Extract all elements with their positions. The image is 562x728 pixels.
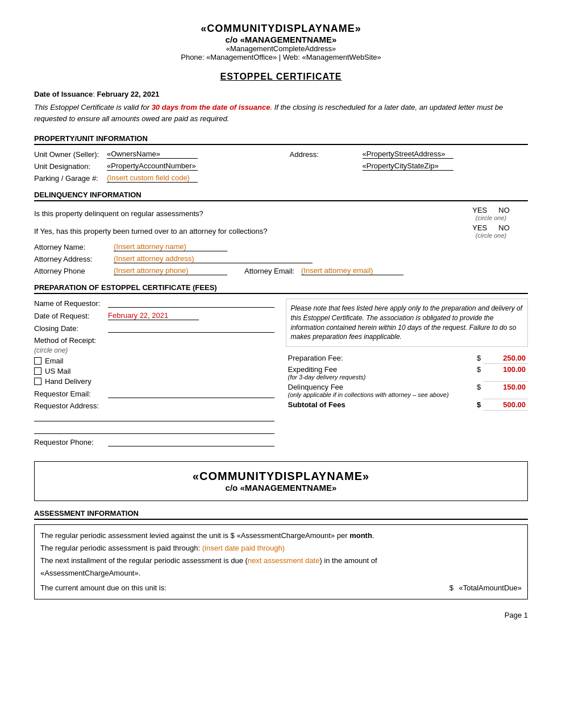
property-section-title: PROPERTY/UNIT INFORMATION — [34, 134, 528, 145]
assessment-line3: The next installment of the regular peri… — [40, 555, 522, 567]
header-community-name: «COMMUNITYDISPLAYNAME» — [34, 23, 528, 35]
header-phone-line: Phone: «ManagementOffice» | Web: «Manage… — [34, 53, 528, 61]
header-management-line: c/o «MANAGEMENTNAME» — [34, 35, 528, 44]
hand-delivery-option-row: Hand Delivery — [34, 377, 274, 386]
phone-label: Phone: — [181, 53, 204, 61]
separator: | — [279, 53, 281, 61]
delinquency-fee-note: (only applicable if in collections with … — [288, 391, 470, 398]
attorney-address-label: Attorney Address: — [34, 255, 114, 263]
document-title: ESTOPPEL CERTIFICATE — [34, 72, 528, 82]
unit-owner-label: Unit Owner (Seller): — [34, 150, 102, 159]
delinquency-fee-dollar: $ — [472, 382, 483, 399]
email-checkbox — [34, 357, 41, 365]
attorney-phone-row: Attorney Phone (Insert attorney phone) A… — [34, 266, 528, 275]
community-box-management: c/o «MANAGEMENTNAME» — [46, 483, 516, 493]
requestor-address-row: Requestor Address: — [34, 402, 274, 434]
circle-one-2: (circle one) — [476, 232, 506, 239]
attorney-rows: Attorney Name: (Insert attorney name) At… — [34, 242, 528, 275]
date-value: February 22, 2021 — [97, 90, 160, 98]
next-assessment-date-highlight: next assessment date — [248, 556, 319, 565]
unit-designation-value: «PropertyAccountNumber» — [107, 162, 198, 171]
hand-delivery-option-label: Hand Delivery — [45, 377, 91, 386]
usmail-option-label: US Mail — [45, 367, 71, 375]
email-option-label: Email — [45, 357, 64, 365]
usmail-checkbox — [34, 367, 41, 375]
unit-owner-row: Unit Owner (Seller): «OwnersName» — [34, 150, 273, 159]
header-address: «ManagementCompleteAddress» — [34, 44, 528, 53]
attorney-address-value: (Insert attorney address) — [114, 254, 313, 263]
no-label-1: NO — [498, 206, 510, 214]
expediting-fee-note: (for 3-day delivery requests) — [288, 374, 470, 380]
circle-one-1: (circle one) — [476, 214, 506, 221]
assessment-line2: The regular periodic assessment is paid … — [40, 542, 522, 555]
phone-value: «ManagementOffice» — [206, 53, 277, 61]
fees-note: Please note that fees listed here apply … — [286, 299, 528, 347]
attorney-email-value: (Insert attorney email) — [301, 266, 403, 275]
requestor-name-label: Name of Requestor: — [34, 299, 108, 308]
preparation-fee-amount: 250.00 — [483, 353, 528, 364]
address-value: «PropertyStreetAddress» — [363, 150, 453, 159]
requestor-phone-row: Requestor Phone: — [34, 437, 274, 446]
requestor-address-label: Requestor Address: — [34, 402, 274, 410]
preparation-fee-row: Preparation Fee: $ 250.00 — [286, 353, 528, 364]
fees-section-title: PREPARATION OF ESTOPPEL CERTIFICATE (FEE… — [34, 283, 528, 294]
current-due-value: «TotalAmountDue» — [453, 582, 522, 594]
method-label: Method of Receipt: — [34, 336, 274, 345]
expediting-fee-row: Expediting Fee (for 3-day delivery reque… — [286, 364, 528, 382]
requestor-name-value — [108, 299, 274, 308]
property-right-col: Address: «PropertyStreetAddress» «Proper… — [290, 150, 528, 183]
closing-date-value — [108, 324, 274, 333]
yes-label-2: YES — [472, 224, 487, 232]
email-option-row: Email — [34, 357, 274, 365]
requestor-email-row: Requestor Email: — [34, 389, 274, 398]
fees-right-block: Please note that fees listed here apply … — [281, 299, 528, 450]
community-box: «COMMUNITYDISPLAYNAME» c/o «MANAGEMENTNA… — [34, 461, 528, 501]
fees-main-block: Name of Requestor: Date of Request: Febr… — [34, 299, 528, 450]
yes-label-1: YES — [472, 206, 487, 214]
attorney-phone-label: Attorney Phone — [34, 267, 114, 275]
yes-no-block-2: YES NO (circle one) — [454, 224, 528, 239]
header-management-name: «MANAGEMENTNAME» — [240, 35, 336, 44]
fees-table: Preparation Fee: $ 250.00 Expediting Fee… — [286, 353, 528, 411]
current-due-row: The current amount due on this unit is: … — [40, 582, 522, 594]
delinquency-question2: If Yes, has this property been turned ov… — [34, 227, 454, 235]
delinquency-fee-cell: Delinquency Fee (only applicable if in c… — [286, 382, 472, 399]
delinquency-fee-amount: 150.00 — [483, 382, 528, 399]
expediting-fee-amount: 100.00 — [483, 364, 528, 382]
subtotal-row: Subtotal of Fees $ 500.00 — [286, 399, 528, 411]
attorney-email-label: Attorney Email: — [244, 267, 301, 275]
attorney-phone-value: (Insert attorney phone) — [114, 266, 227, 275]
city-state-zip-spacer — [290, 162, 358, 171]
assessment-line4: «AssessmentChargeAmount». — [40, 567, 522, 580]
requestor-email-label: Requestor Email: — [34, 390, 108, 398]
subtotal-dollar: $ — [472, 399, 483, 411]
unit-designation-label: Unit Designation: — [34, 162, 102, 171]
requestor-phone-label: Requestor Phone: — [34, 438, 108, 446]
attorney-name-value: (Insert attorney name) — [114, 242, 227, 251]
delinquency-question1-row: Is this property delinquent on regular a… — [34, 206, 528, 221]
yes-no-block-1: YES NO (circle one) — [454, 206, 528, 221]
attorney-name-label: Attorney Name: — [34, 243, 114, 251]
property-left-col: Unit Owner (Seller): «OwnersName» Unit D… — [34, 150, 273, 183]
assessment-box: The regular periodic assessment levied a… — [34, 524, 528, 599]
requestor-name-row: Name of Requestor: — [34, 299, 274, 308]
validity-bold: 30 days from the date of issuance — [152, 103, 270, 111]
closing-date-label: Closing Date: — [34, 324, 108, 333]
unit-owner-value: «OwnersName» — [107, 150, 198, 159]
parking-value: (Insert custom field code) — [107, 173, 198, 183]
current-due-dollar: $ — [449, 582, 453, 594]
no-label-2: NO — [498, 224, 510, 232]
current-due-label: The current amount due on this unit is: — [40, 582, 449, 594]
address-row: Address: «PropertyStreetAddress» — [290, 150, 528, 159]
delinquency-fee-label: Delinquency Fee — [288, 383, 470, 391]
community-box-name: «COMMUNITYDISPLAYNAME» — [46, 470, 516, 483]
city-state-zip-value: «PropertyCityStateZip» — [363, 162, 453, 171]
expediting-fee-dollar: $ — [472, 364, 483, 382]
date-request-row: Date of Request: February 22, 2021 — [34, 311, 274, 320]
parking-row: Parking / Garage #: (Insert custom field… — [34, 173, 273, 183]
unit-designation-row: Unit Designation: «PropertyAccountNumber… — [34, 162, 273, 171]
preparation-fee-dollar: $ — [472, 353, 483, 364]
assessment-section-title: ASSESSMENT INFORMATION — [34, 509, 528, 520]
date-issuance-line: Date of Issuance: February 22, 2021 — [34, 90, 528, 98]
circle-label: (circle one) — [34, 346, 274, 354]
